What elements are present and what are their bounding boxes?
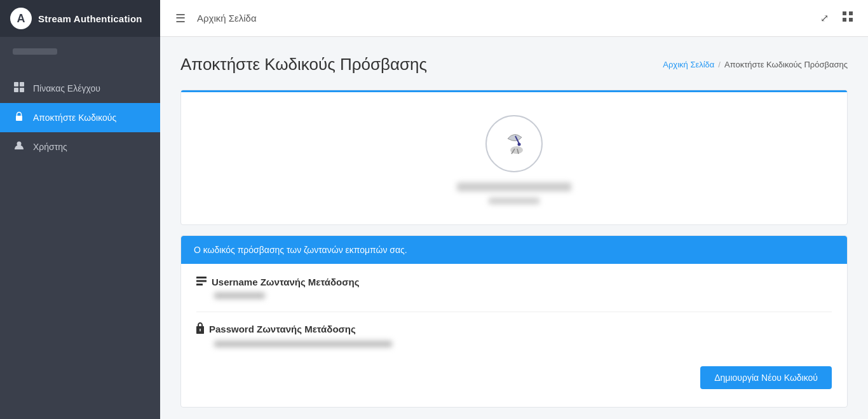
sidebar-item-dashboard[interactable]: Πίνακας Ελέγχου (0, 74, 160, 103)
sidebar-nav: Πίνακας Ελέγχου Αποκτήστε Κωδικούς Χρήστ… (0, 74, 160, 161)
sidebar: A Stream Authentication Πίνακας Ελέγχου (0, 0, 160, 419)
generate-code-button[interactable]: Δημιουργία Νέου Κωδικού (700, 366, 832, 389)
username-label: Username Ζωντανής Μετάδοσης (196, 277, 832, 287)
profile-name (457, 182, 571, 191)
topbar: ☰ Αρχική Σελίδα ⤢ (160, 0, 868, 37)
breadcrumb-current: Αποκτήστε Κωδικούς Πρόσβασης (724, 60, 848, 69)
divider (196, 312, 832, 312)
expand-icon: ⤢ (820, 13, 829, 24)
lock-icon (13, 111, 25, 124)
grid-button[interactable] (840, 9, 855, 27)
password-section: Password Ζωντανής Μετάδοσης (196, 322, 832, 347)
app-logo: A (10, 8, 32, 29)
app-title: Stream Authentication (38, 13, 142, 24)
info-body: Username Ζωντανής Μετάδοσης Password Ζων… (181, 264, 847, 407)
grid-icon (843, 11, 853, 24)
username-label-text: Username Ζωντανής Μετάδοσης (212, 277, 359, 287)
breadcrumb: Αρχική Σελίδα / Αποκτήστε Κωδικούς Πρόσβ… (663, 55, 848, 69)
hamburger-icon: ☰ (175, 12, 186, 25)
expand-button[interactable]: ⤢ (818, 9, 831, 27)
breadcrumb-separator: / (718, 60, 721, 69)
breadcrumb-home[interactable]: Αρχική Σελίδα (663, 60, 714, 69)
satellite-icon-wrapper (485, 115, 543, 172)
credentials-card: Ο κωδικός πρόσβασης των ζωντανών εκπομπώ… (180, 235, 848, 408)
sidebar-user-name (13, 48, 57, 55)
page-title: Αποκτήστε Κωδικούς Πρόσβασης (180, 55, 427, 74)
dashboard-icon (13, 82, 25, 95)
username-section: Username Ζωντανής Μετάδοσης (196, 277, 832, 299)
svg-rect-17 (196, 284, 203, 285)
svg-rect-0 (14, 82, 18, 86)
info-banner-text: Ο κωδικός πρόσβασης των ζωντανών εκπομπώ… (194, 245, 407, 255)
svg-rect-15 (196, 277, 207, 278)
sidebar-header: A Stream Authentication (0, 0, 160, 37)
profile-card-inner (181, 90, 847, 224)
topbar-left: ☰ Αρχική Σελίδα (173, 9, 257, 28)
page-content: Αποκτήστε Κωδικούς Πρόσβασης Αρχική Σελί… (160, 37, 868, 419)
password-label-text: Password Ζωντανής Μετάδοσης (209, 324, 356, 334)
profile-card (180, 90, 848, 225)
card-footer: Δημιουργία Νέου Κωδικού (196, 360, 832, 392)
svg-rect-3 (20, 88, 24, 92)
sidebar-item-label-get-codes: Αποκτήστε Κωδικούς (33, 113, 116, 123)
sidebar-item-get-codes[interactable]: Αποκτήστε Κωδικούς (0, 103, 160, 132)
topbar-right: ⤢ (818, 9, 855, 27)
password-value (214, 341, 392, 347)
sidebar-item-users[interactable]: Χρήστης (0, 132, 160, 161)
page-header: Αποκτήστε Κωδικούς Πρόσβασης Αρχική Σελί… (180, 55, 848, 74)
svg-rect-9 (849, 18, 853, 22)
username-value (214, 292, 265, 299)
svg-rect-16 (196, 280, 207, 282)
info-banner: Ο κωδικός πρόσβασης των ζωντανών εκπομπώ… (181, 236, 847, 264)
svg-rect-1 (20, 82, 24, 86)
svg-rect-2 (14, 88, 18, 92)
sidebar-item-label-dashboard: Πίνακας Ελέγχου (33, 83, 100, 93)
main-content: ☰ Αρχική Σελίδα ⤢ Αποκτήστε Κωδικούς Πρό… (160, 0, 868, 419)
svg-point-12 (518, 143, 521, 146)
satellite-icon (496, 126, 532, 161)
svg-rect-7 (849, 11, 853, 15)
topbar-title: Αρχική Σελίδα (197, 13, 257, 24)
svg-rect-4 (16, 116, 22, 121)
sidebar-item-label-users: Χρήστης (33, 142, 67, 152)
username-icon (196, 277, 207, 287)
sidebar-user-section (0, 37, 160, 61)
user-icon (13, 141, 25, 153)
svg-rect-6 (843, 11, 846, 15)
menu-toggle-button[interactable]: ☰ (173, 9, 188, 28)
svg-rect-8 (843, 18, 846, 22)
profile-sub (489, 198, 539, 204)
password-icon (196, 322, 204, 336)
password-label: Password Ζωντανής Μετάδοσης (196, 322, 832, 336)
